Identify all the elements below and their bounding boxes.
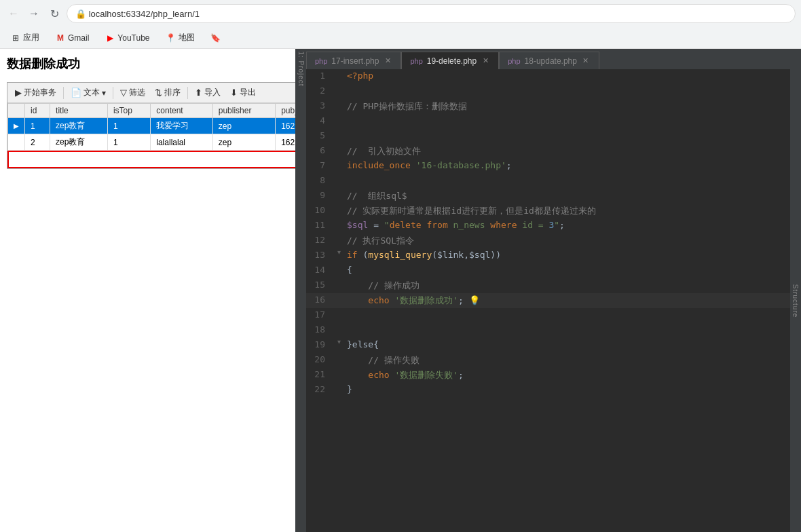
line-content [344, 174, 790, 176]
col-publisher[interactable]: publisher [212, 104, 275, 118]
line-content: { [344, 263, 790, 276]
table-row[interactable]: ▶ 1 zep教育 1 我爱学习 zep 1622978389 [8, 118, 296, 134]
code-line: 8 [306, 174, 790, 189]
tab-19-delete[interactable]: php 19-delete.php ✕ [401, 52, 499, 69]
line-number: 17 [306, 308, 333, 320]
code-line: 20 // 操作失败 [306, 353, 790, 368]
cell-istop: 1 [107, 134, 150, 151]
text-button[interactable]: 📄 文本 ▾ [67, 85, 110, 100]
line-number: 1 [306, 69, 333, 81]
fold-icon[interactable]: ▾ [333, 248, 344, 256]
tab-19-close[interactable]: ✕ [481, 56, 490, 66]
col-title[interactable]: title [50, 104, 108, 118]
code-line: 22 } [306, 383, 790, 398]
line-number: 3 [306, 99, 333, 111]
filter-icon: ▽ [120, 88, 127, 98]
line-number: 22 [306, 383, 333, 394]
line-content: include_once '16-database.php'; [344, 159, 790, 172]
line-content: // 实际更新时通常是根据id进行更新，但是id都是传递过来的 [344, 204, 790, 218]
bookmark-youtube-label: YouTube [117, 33, 149, 43]
start-transaction-button[interactable]: ▶ 开始事务 [11, 85, 60, 100]
text-label: 文本 [83, 87, 100, 98]
ide-tabs: php 17-insert.php ✕ php 19-delete.php ✕ … [306, 49, 801, 69]
text-icon: 📄 [71, 88, 81, 98]
forward-button[interactable]: → [26, 5, 42, 22]
col-content[interactable]: content [151, 104, 212, 118]
structure-label: Structure [792, 284, 800, 318]
bookmark-maps-label: 地图 [179, 32, 195, 43]
bookmark-maps[interactable]: 📍 地图 [161, 30, 200, 45]
bookmark-youtube[interactable]: ▶ YouTube [100, 31, 155, 45]
line-content [344, 129, 790, 132]
cell-istop: 1 [107, 118, 150, 134]
cell-content: lalallalal [151, 134, 212, 151]
import-button[interactable]: ⬆ 导入 [191, 85, 225, 100]
tab-18-close[interactable]: ✕ [581, 56, 591, 66]
line-content: // 操作失败 [344, 353, 790, 368]
php-icon-3: php [508, 57, 520, 65]
cell-publisher: zep [212, 134, 275, 151]
filter-button[interactable]: ▽ 筛选 [116, 85, 149, 100]
code-area[interactable]: 1 <?php 2 3 // PHP操作数据库：删除数据 4 5 6 // 引入… [306, 69, 790, 532]
line-content: // 组织sql$ [344, 189, 790, 204]
cell-pubtime: 1622978831 [276, 134, 295, 151]
address-bar[interactable]: 🔒 localhost:63342/php_learn/1 [67, 4, 796, 23]
line-number: 12 [306, 233, 333, 245]
line-number: 10 [306, 204, 333, 215]
export-button[interactable]: ⬇ 导出 [226, 85, 260, 100]
line-content: }else{ [344, 338, 790, 351]
sort-button[interactable]: ⇅ 排序 [151, 85, 185, 100]
back-button[interactable]: ← [5, 5, 22, 22]
line-content: echo '数据删除成功'; 💡 [344, 293, 790, 308]
col-pubtime[interactable]: pub_time [276, 104, 295, 118]
tab-17-insert[interactable]: php 17-insert.php ✕ [306, 52, 401, 69]
tab-18-label: 18-update.php [525, 56, 577, 66]
line-number: 14 [306, 263, 333, 275]
cell-title: zep教育 [50, 118, 108, 134]
bookmark-icon: 🔖 [211, 33, 221, 43]
code-line: 13 ▾ if (mysqli_query($link,$sql)) [306, 248, 790, 263]
success-message: 数据删除成功 [7, 56, 288, 72]
col-istop[interactable]: isTop [107, 104, 150, 118]
code-line: 1 <?php [306, 69, 790, 84]
fold-icon[interactable]: ▾ [333, 338, 344, 345]
code-line: 17 [306, 308, 790, 323]
browser-page: 数据删除成功 ▶ 开始事务 📄 文本 ▾ ▽ 筛选 [0, 49, 295, 532]
lock-icon: 🔒 [75, 9, 86, 19]
line-number: 20 [306, 353, 333, 364]
bookmark-apps[interactable]: ⊞ 应用 [5, 30, 45, 45]
line-number: 9 [306, 189, 333, 200]
code-line: 11 $sql = "delete from n_news where id =… [306, 218, 790, 233]
toolbar-divider-2 [113, 87, 113, 99]
text-dropdown-icon: ▾ [102, 88, 106, 98]
tab-17-close[interactable]: ✕ [383, 56, 392, 66]
ide-area: 1: Project php 17-insert.php ✕ php 19-de… [295, 49, 801, 532]
bookmark-other[interactable]: 🔖 [206, 31, 226, 45]
line-content: // 执行SQL指令 [344, 233, 790, 248]
tab-18-update[interactable]: php 18-update.php ✕ [499, 52, 599, 69]
line-number: 4 [306, 114, 333, 126]
code-line: 15 // 操作成功 [306, 278, 790, 293]
row-indicator [8, 134, 25, 151]
table-row[interactable]: 2 zep教育 1 lalallalal zep 1622978831 [8, 134, 296, 151]
code-lines: 1 <?php 2 3 // PHP操作数据库：删除数据 4 5 6 // 引入… [306, 69, 790, 398]
bookmark-gmail[interactable]: M Gmail [50, 31, 94, 45]
export-label: 导出 [240, 87, 256, 98]
col-indicator [8, 104, 25, 118]
toolbar-divider-1 [63, 87, 64, 99]
code-line: 3 // PHP操作数据库：删除数据 [306, 99, 790, 114]
browser-nav: ← → ↻ 🔒 localhost:63342/php_learn/1 [0, 0, 801, 27]
line-number: 5 [306, 129, 333, 140]
sort-icon: ⇅ [155, 88, 162, 98]
line-number: 15 [306, 278, 333, 290]
maps-icon: 📍 [166, 33, 176, 43]
line-number: 7 [306, 159, 333, 170]
bookmark-apps-label: 应用 [23, 32, 39, 43]
col-id[interactable]: id [25, 104, 50, 118]
reload-button[interactable]: ↻ [46, 5, 62, 22]
line-content: // PHP操作数据库：删除数据 [344, 99, 790, 114]
db-toolbar: ▶ 开始事务 📄 文本 ▾ ▽ 筛选 ⇅ 排序 [7, 83, 295, 103]
bookmarks-bar: ⊞ 应用 M Gmail ▶ YouTube 📍 地图 🔖 [0, 27, 801, 49]
tab-17-label: 17-insert.php [331, 56, 379, 66]
start-transaction-label: 开始事务 [24, 87, 56, 98]
